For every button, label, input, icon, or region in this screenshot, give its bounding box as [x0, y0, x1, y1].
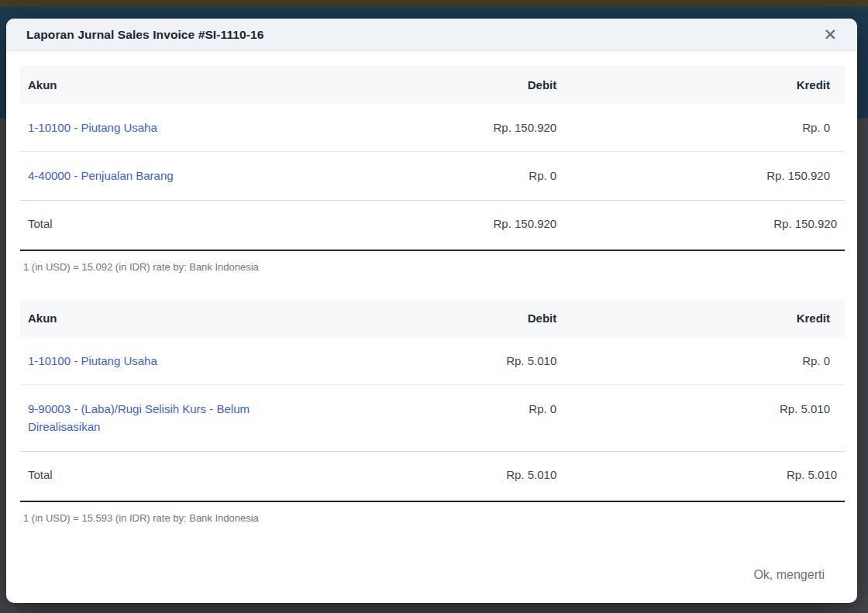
column-header-akun: Akun	[20, 299, 350, 337]
kredit-value: Rp. 0	[564, 337, 845, 385]
account-link[interactable]: 4-40000 - Penjualan Barang	[28, 169, 174, 182]
debit-value: Rp. 0	[350, 152, 565, 200]
total-label: Total	[20, 200, 350, 250]
kredit-value: Rp. 5.010	[564, 385, 845, 452]
debit-value: Rp. 0	[350, 385, 565, 452]
journal-table-1: Akun Debit Kredit 1-10100 - Piutang Usah…	[20, 66, 845, 251]
table-header-row: Akun Debit Kredit	[20, 66, 845, 104]
close-icon[interactable]: ✕	[822, 25, 839, 44]
kredit-value: Rp. 150.920	[564, 152, 845, 200]
account-link[interactable]: 1-10100 - Piutang Usaha	[28, 121, 157, 134]
ok-button[interactable]: Ok, mengerti	[749, 567, 829, 583]
column-header-debit: Debit	[350, 299, 565, 337]
column-header-akun: Akun	[20, 66, 350, 104]
table-row: 1-10100 - Piutang Usaha Rp. 5.010 Rp. 0	[20, 337, 845, 385]
total-kredit: Rp. 150.920	[564, 200, 845, 250]
modal-header: Laporan Jurnal Sales Invoice #SI-1110-16…	[6, 19, 857, 51]
total-row: Total Rp. 5.010 Rp. 5.010	[20, 451, 845, 501]
table-header-row: Akun Debit Kredit	[20, 299, 845, 337]
debit-value: Rp. 5.010	[350, 337, 565, 385]
account-link[interactable]: 9-90003 - (Laba)/Rugi Selisih Kurs - Bel…	[28, 400, 268, 436]
debit-value: Rp. 150.920	[350, 104, 565, 152]
background-topbar	[0, 0, 868, 7]
total-row: Total Rp. 150.920 Rp. 150.920	[20, 200, 845, 250]
exchange-rate-note: 1 (in USD) = 15.593 (in IDR) rate by: Ba…	[23, 512, 845, 524]
total-debit: Rp. 150.920	[350, 200, 565, 250]
column-header-debit: Debit	[350, 66, 565, 104]
modal-body: Akun Debit Kredit 1-10100 - Piutang Usah…	[6, 51, 857, 567]
column-header-kredit: Kredit	[564, 66, 845, 104]
total-debit: Rp. 5.010	[350, 451, 565, 501]
journal-report-modal: Laporan Jurnal Sales Invoice #SI-1110-16…	[6, 19, 857, 603]
exchange-rate-note: 1 (in USD) = 15.092 (in IDR) rate by: Ba…	[23, 261, 845, 273]
modal-footer: Ok, mengerti	[6, 567, 857, 603]
journal-table-2: Akun Debit Kredit 1-10100 - Piutang Usah…	[20, 299, 845, 502]
table-row: 4-40000 - Penjualan Barang Rp. 0 Rp. 150…	[20, 152, 845, 200]
total-kredit: Rp. 5.010	[564, 451, 845, 501]
table-row: 9-90003 - (Laba)/Rugi Selisih Kurs - Bel…	[20, 385, 845, 452]
column-header-kredit: Kredit	[564, 299, 845, 337]
kredit-value: Rp. 0	[564, 104, 845, 152]
table-row: 1-10100 - Piutang Usaha Rp. 150.920 Rp. …	[20, 104, 845, 152]
modal-title: Laporan Jurnal Sales Invoice #SI-1110-16	[26, 28, 264, 42]
total-label: Total	[20, 451, 350, 501]
account-link[interactable]: 1-10100 - Piutang Usaha	[28, 354, 157, 367]
